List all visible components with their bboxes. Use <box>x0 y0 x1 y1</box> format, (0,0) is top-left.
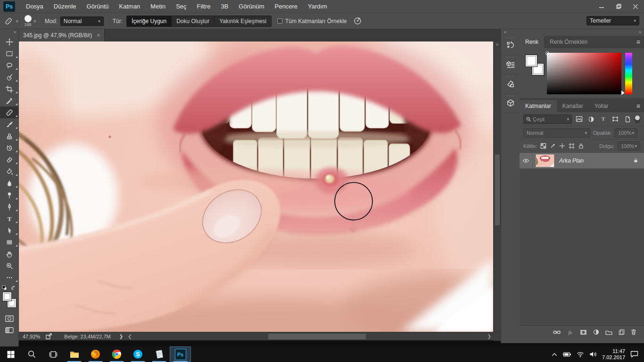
menu-filtre[interactable]: Filtre <box>192 0 216 13</box>
menu-metin[interactable]: Metin <box>145 0 171 13</box>
dock-collapse-chevron[interactable]: « <box>501 29 520 36</box>
quick-mask-button[interactable] <box>0 313 19 324</box>
tool-zoom[interactable] <box>0 260 19 272</box>
layer-style-fx-icon[interactable]: fx <box>567 329 574 335</box>
screen-mode-button[interactable] <box>0 324 19 336</box>
share-icon[interactable] <box>46 333 52 339</box>
saturation-brightness-field[interactable] <box>547 53 621 94</box>
menu-pencere[interactable]: Pencere <box>270 0 303 13</box>
vertical-scrollbar[interactable]: ∧ <box>493 41 501 332</box>
panel-button-libraries[interactable] <box>501 74 520 94</box>
tool-eraser[interactable] <box>0 154 19 165</box>
wifi-icon[interactable] <box>577 352 584 357</box>
taskbar-notepad[interactable] <box>149 346 170 362</box>
toolbar-collapse-chevron[interactable]: » <box>0 29 18 36</box>
filter-pixel-layers-icon[interactable] <box>574 115 584 124</box>
tool-path-selection[interactable] <box>0 224 19 236</box>
vertical-scrollbar-thumb[interactable] <box>495 155 500 225</box>
document-tab[interactable]: 345.jpg @ 47,9% (RGB/8#) × <box>19 29 105 41</box>
menu-3b[interactable]: 3B <box>215 0 233 13</box>
menu-yardim[interactable]: Yardım <box>303 0 332 13</box>
type-option-icerige-uygun[interactable]: İçeriğe Uygun <box>127 16 172 26</box>
horizontal-scrollbar[interactable]: ❮ ❯ <box>127 332 501 341</box>
type-option-doku-olustur[interactable]: Doku Oluştur <box>172 16 215 26</box>
scroll-right-icon[interactable]: ❯ <box>487 334 491 339</box>
filter-shape-layers-icon[interactable] <box>611 115 621 124</box>
tool-history-brush[interactable] <box>0 142 19 154</box>
tool-move[interactable] <box>0 36 19 48</box>
panel-menu-icon[interactable]: ≡ <box>636 102 640 110</box>
menu-katman[interactable]: Katman <box>114 0 146 13</box>
new-group-folder-icon[interactable] <box>605 329 612 335</box>
tool-eyedropper[interactable] <box>0 95 19 107</box>
scroll-left-icon[interactable]: ❮ <box>128 334 132 339</box>
panel-button-properties[interactable] <box>501 55 520 74</box>
task-view-button[interactable] <box>42 346 64 362</box>
tool-quick-selection[interactable] <box>0 71 19 83</box>
filter-adjustment-layers-icon[interactable] <box>586 115 596 124</box>
hue-slider-marker[interactable] <box>621 90 625 95</box>
start-button[interactable] <box>0 346 21 362</box>
layer-name[interactable]: Arka Plan <box>559 157 584 164</box>
tab-renk-ornekleri[interactable]: Renk Örnekleri <box>544 36 593 48</box>
foreground-color-swatch[interactable] <box>2 292 12 301</box>
sample-all-layers-checkbox-group[interactable]: Tüm Katmanları Örnekle <box>277 18 347 25</box>
layer-filter-dropdown[interactable]: Çeşit ▾ <box>523 115 572 124</box>
zoom-level[interactable]: 47,92% <box>23 334 40 339</box>
tool-lasso[interactable] <box>0 59 19 71</box>
workspace-dropdown[interactable]: Temeller ▾ <box>586 16 639 25</box>
menu-sec[interactable]: Seç <box>171 0 191 13</box>
taskbar-file-explorer[interactable] <box>64 346 85 362</box>
type-option-yakinlik-eslesmesi[interactable]: Yakınlık Eşleşmesi <box>215 16 271 26</box>
swap-colors-icon[interactable] <box>11 285 17 290</box>
tool-spot-healing-brush[interactable] <box>0 107 19 118</box>
scroll-up-icon[interactable]: ∧ <box>494 41 501 47</box>
taskbar-firefox[interactable] <box>85 346 106 362</box>
menu-gorunum[interactable]: Görünüm <box>233 0 269 13</box>
tool-clone-stamp[interactable] <box>0 130 19 142</box>
taskbar-photoshop[interactable]: Ps <box>170 346 191 362</box>
tool-rectangle-shape[interactable] <box>0 236 19 248</box>
layer-filtering-toggle[interactable] <box>635 115 640 123</box>
panel-button-history[interactable] <box>501 36 520 55</box>
foreground-color-swatch[interactable] <box>525 55 537 67</box>
tab-kanallar[interactable]: Kanallar <box>557 100 589 112</box>
action-center-icon[interactable] <box>630 351 638 358</box>
tab-renk[interactable]: Renk <box>520 36 544 48</box>
horizontal-scrollbar-thumb[interactable] <box>268 334 366 339</box>
filter-smart-object-icon[interactable] <box>622 115 633 124</box>
battery-icon[interactable] <box>562 352 571 357</box>
opacity-dropdown[interactable]: 100% ▾ <box>615 128 637 138</box>
filter-type-layers-icon[interactable]: T <box>598 115 609 124</box>
blend-mode-dropdown[interactable]: Normal ▾ <box>523 128 590 138</box>
minimize-button[interactable] <box>593 0 610 13</box>
tab-yollar[interactable]: Yollar <box>589 100 614 112</box>
volume-icon[interactable] <box>589 351 597 357</box>
close-button[interactable] <box>627 0 644 13</box>
mode-dropdown[interactable]: Normal ▾ <box>60 16 104 26</box>
adjustment-layer-icon[interactable] <box>593 329 599 335</box>
taskbar-clock[interactable]: 11:47 7.02.2017 <box>602 348 625 361</box>
lock-all-icon[interactable] <box>578 143 584 149</box>
status-next-icon[interactable]: ❯ <box>119 334 123 339</box>
lock-position-icon[interactable] <box>559 143 565 149</box>
fill-dropdown[interactable]: 100% ▾ <box>618 141 640 151</box>
tool-blur[interactable] <box>0 177 19 189</box>
layer-thumbnail[interactable] <box>536 154 554 167</box>
tool-dodge[interactable] <box>0 189 19 201</box>
taskbar-search-button[interactable] <box>21 346 42 362</box>
lock-artboard-icon[interactable] <box>569 143 575 149</box>
add-mask-icon[interactable] <box>580 329 587 335</box>
restore-button[interactable] <box>610 0 627 13</box>
color-field-marker[interactable] <box>545 51 550 56</box>
panel-menu-icon[interactable]: ≡ <box>636 38 640 46</box>
menu-goruntu[interactable]: Görüntü <box>82 0 114 13</box>
tab-close-icon[interactable]: × <box>97 32 100 39</box>
panels-collapse-chevron[interactable]: » <box>520 29 644 36</box>
layer-row-background[interactable]: Arka Plan <box>520 153 644 169</box>
taskbar-chrome[interactable] <box>106 346 127 362</box>
tool-pen[interactable] <box>0 201 19 213</box>
tool-gradient[interactable] <box>0 165 19 177</box>
default-colors-icon[interactable] <box>2 285 7 290</box>
lock-transparent-icon[interactable] <box>540 143 546 149</box>
